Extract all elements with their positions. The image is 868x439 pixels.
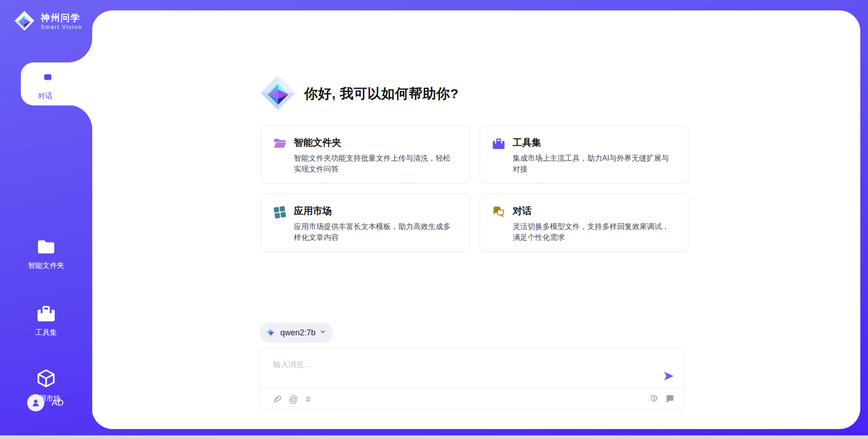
sidebar: 智能文件夹 工具集 [0, 105, 92, 439]
model-name: qwen2:7b [280, 328, 316, 338]
folder-open-icon [273, 137, 287, 172]
card-description: 灵活切换多模型文件，支持多样回复效果调试，满足个性化需求 [513, 221, 676, 243]
chat-icon [492, 205, 505, 241]
avatar [27, 394, 44, 411]
brand: 神州问学 Smart Vision [14, 10, 82, 33]
brand-subtitle: Smart Vision [41, 24, 82, 30]
card-smart-folder[interactable]: 智能文件夹 智能文件夹功能支持批量文件上传与清洗，轻松实现文件问答 [261, 125, 470, 183]
message-composer: @ # [259, 348, 684, 410]
card-app-market[interactable]: 应用市场 应用市场提供丰富长文本模板，助力高效生成多样化文章内容 [261, 194, 470, 252]
main-panel: 你好, 我可以如何帮助你? 智能文件夹 智能文件夹功能支持批量文件上传与清洗，轻… [92, 10, 860, 429]
sidebar-item-label: 工具集 [35, 328, 57, 338]
sidebar-item-label: 对话 [38, 91, 52, 101]
composer-divider [259, 387, 684, 388]
brand-logo-icon [14, 10, 35, 33]
feature-cards: 智能文件夹 智能文件夹功能支持批量文件上传与清洗，轻松实现文件问答 工具集 集成… [261, 125, 689, 252]
card-title: 应用市场 [294, 205, 458, 217]
chevron-down-icon [320, 329, 326, 337]
card-title: 工具集 [513, 136, 676, 149]
hash-icon[interactable]: # [306, 394, 311, 405]
send-icon[interactable] [663, 370, 675, 382]
chat-icon [36, 67, 55, 88]
cube-icon [36, 368, 56, 390]
card-description: 集成市场上主流工具，助力AI与外界无缝扩展与对接 [513, 153, 676, 175]
card-description: 智能文件夹功能支持批量文件上传与清洗，轻松实现文件问答 [294, 153, 458, 175]
toolbox-icon [36, 304, 56, 324]
sidebar-logo-block: 神州问学 Smart Vision [0, 0, 92, 62]
card-title: 智能文件夹 [294, 136, 458, 149]
card-description: 应用市场提供丰富长文本模板，助力高效生成多样化文章内容 [294, 221, 458, 243]
model-selector[interactable]: qwen2:7b [260, 323, 333, 343]
folder-icon [36, 238, 56, 257]
sidebar-item-chat[interactable]: 对话 [21, 62, 96, 105]
greeting-row: 你好, 我可以如何帮助你? [259, 74, 459, 114]
comment-icon[interactable] [665, 394, 675, 403]
grid-icon [273, 205, 287, 241]
card-toolset[interactable]: 工具集 集成市场上主流工具，助力AI与外界无缝扩展与对接 [480, 125, 689, 183]
history-icon[interactable] [649, 394, 659, 403]
model-diamond-icon [265, 326, 276, 339]
sidebar-item-label: 智能文件夹 [28, 261, 64, 271]
user-name: AD [52, 398, 63, 408]
sidebar-item-smart-folder[interactable]: 智能文件夹 [0, 238, 92, 271]
app-root: 你好, 我可以如何帮助你? 智能文件夹 智能文件夹功能支持批量文件上传与清洗，轻… [0, 0, 868, 439]
card-title: 对话 [513, 205, 676, 217]
toolbox-icon [492, 137, 505, 172]
at-icon[interactable]: @ [289, 394, 298, 405]
sidebar-item-toolset[interactable]: 工具集 [0, 304, 92, 338]
paperclip-icon[interactable] [272, 394, 281, 404]
message-input[interactable] [272, 358, 654, 384]
card-chat[interactable]: 对话 灵活切换多模型文件，支持多样回复效果调试，满足个性化需求 [480, 194, 689, 252]
window-bottom-edge [0, 435, 868, 439]
page-title: 你好, 我可以如何帮助你? [304, 85, 459, 103]
brand-diamond-icon [259, 74, 297, 114]
brand-name: 神州问学 [41, 13, 82, 23]
user-account[interactable]: AD [27, 394, 63, 411]
